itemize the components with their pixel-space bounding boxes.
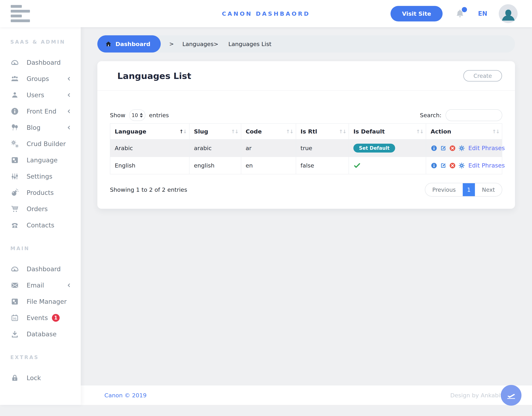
breadcrumb-languages-list[interactable]: Languages List	[228, 41, 271, 47]
sort-icon: ↑↓	[286, 129, 293, 134]
speedometer-icon	[10, 264, 19, 274]
home-icon	[105, 41, 112, 47]
cell-is-rtl: true	[296, 139, 349, 157]
user-avatar[interactable]	[499, 4, 518, 23]
card-header: Languages List Create	[97, 61, 515, 91]
sidebar-item-file-manager[interactable]: File Manager	[0, 293, 81, 310]
cell-language: Arabic	[110, 139, 189, 157]
show-label: Show	[110, 112, 125, 119]
sidebar-item-lock[interactable]: Lock	[0, 370, 81, 386]
visit-site-button[interactable]: Visit Site	[390, 6, 443, 21]
sort-icon: ↑↓	[416, 129, 423, 134]
languages-table: Language ↑↓ Slug ↑↓ Code ↑↓ Is Rtl	[110, 123, 502, 174]
column-header-is-default[interactable]: Is Default ↑↓	[349, 123, 426, 139]
edit-button[interactable]	[440, 162, 447, 169]
sidebar-item-groups[interactable]: Groups	[0, 71, 81, 87]
info-button[interactable]	[431, 162, 437, 169]
create-button[interactable]: Create	[463, 70, 502, 81]
gear-button[interactable]	[458, 162, 465, 169]
search-input[interactable]	[446, 109, 502, 121]
sidebar-item-database[interactable]: Database	[0, 326, 81, 342]
sidebar-item-blog[interactable]: Blog	[0, 119, 81, 136]
edit-button[interactable]	[440, 145, 447, 152]
column-header-code[interactable]: Code ↑↓	[241, 123, 296, 139]
sort-icon: ↑↓	[492, 129, 499, 134]
sidebar-item-products[interactable]: Products	[0, 185, 81, 201]
download-icon	[10, 329, 19, 339]
cell-code: en	[241, 157, 296, 174]
sidebar-item-contacts[interactable]: Contacts	[0, 217, 81, 233]
bomb-icon	[10, 188, 19, 198]
cell-language: English	[110, 157, 189, 174]
balloons-icon	[10, 123, 19, 132]
sidebar-section-extras: EXTRAS	[0, 355, 81, 360]
column-header-slug[interactable]: Slug ↑↓	[189, 123, 241, 139]
table-row-english: English english en false	[110, 157, 502, 174]
sidebar-item-orders[interactable]: Orders	[0, 201, 81, 217]
gear-button[interactable]	[458, 145, 465, 152]
edit-phrases-link[interactable]: Edit Phrases	[468, 145, 505, 152]
cell-actions: Edit Phrases	[426, 157, 502, 174]
phone-icon	[10, 220, 19, 230]
main-content: Dashboard > Languages> Languages List La…	[81, 27, 532, 209]
sidebar: SAAS & ADMIN Dashboard Groups Users Fron…	[0, 27, 81, 405]
edit-phrases-link[interactable]: Edit Phrases	[468, 162, 505, 169]
info-button[interactable]	[431, 145, 437, 152]
sidebar-item-settings[interactable]: Settings	[0, 168, 81, 185]
next-page-button[interactable]: Next	[475, 183, 502, 196]
cell-is-default: Set Default	[349, 139, 426, 157]
column-header-language[interactable]: Language ↑↓	[110, 123, 189, 139]
delete-button[interactable]	[449, 162, 456, 169]
design-credit-text: Design by Ankabit	[450, 392, 503, 399]
sidebar-item-dashboard[interactable]: Dashboard	[0, 54, 81, 71]
gears-icon	[10, 139, 19, 149]
sort-icon: ↑↓	[231, 129, 238, 134]
cell-is-rtl: false	[296, 157, 349, 174]
set-default-button[interactable]: Set Default	[353, 144, 395, 153]
menu-toggle-icon[interactable]	[11, 3, 30, 24]
tiles-icon	[10, 297, 19, 306]
sidebar-item-crud-builder[interactable]: Crud Builder	[0, 136, 81, 152]
envelope-icon	[10, 280, 19, 290]
column-header-action[interactable]: Action ↑↓	[426, 123, 502, 139]
entries-label: entries	[149, 112, 169, 119]
table-row-arabic: Arabic arabic ar true Set Default	[110, 139, 502, 157]
cell-slug: english	[189, 157, 241, 174]
tiles-icon	[10, 155, 19, 165]
delete-button[interactable]	[449, 145, 456, 152]
previous-page-button[interactable]: Previous	[425, 183, 463, 196]
sidebar-item-front-end[interactable]: Front End	[0, 103, 81, 119]
chevron-left-icon	[66, 283, 71, 288]
breadcrumb-home[interactable]: Dashboard	[97, 35, 161, 52]
notification-dot	[462, 7, 467, 12]
cell-actions: Edit Phrases	[426, 139, 502, 157]
languages-list-card: Languages List Create Show 10 entries Se…	[97, 61, 515, 209]
sidebar-item-users[interactable]: Users	[0, 87, 81, 103]
top-bar: CANON DASHBAORD Visit Site EN	[0, 0, 532, 27]
speedometer-icon	[10, 58, 19, 67]
chevron-left-icon	[66, 109, 71, 114]
breadcrumb-separator: >	[169, 41, 174, 47]
sort-icon: ↑↓	[339, 129, 346, 134]
default-check-icon	[353, 162, 421, 169]
search-label: Search:	[420, 112, 441, 119]
sidebar-item-language[interactable]: Language	[0, 152, 81, 168]
column-header-is-rtl[interactable]: Is Rtl ↑↓	[296, 123, 349, 139]
sidebar-item-events[interactable]: Events 1	[0, 310, 81, 326]
table-controls: Show 10 entries Search:	[110, 109, 502, 121]
sidebar-item-main-dashboard[interactable]: Dashboard	[0, 261, 81, 277]
breadcrumb-languages[interactable]: Languages>	[182, 41, 218, 47]
scroll-fab-button[interactable]	[501, 385, 522, 406]
language-switcher[interactable]: EN	[478, 10, 487, 17]
notifications-button[interactable]	[455, 9, 465, 19]
user-icon	[10, 90, 19, 100]
page-size-select[interactable]: 10	[129, 109, 145, 121]
cell-slug: arabic	[189, 139, 241, 157]
lock-icon	[10, 373, 19, 383]
current-page-button[interactable]: 1	[463, 183, 475, 196]
info-icon	[10, 107, 19, 116]
sidebar-section-main: MAIN	[0, 246, 81, 251]
card-body: Show 10 entries Search:	[97, 91, 515, 209]
cart-icon	[10, 204, 19, 214]
sidebar-item-email[interactable]: Email	[0, 277, 81, 293]
